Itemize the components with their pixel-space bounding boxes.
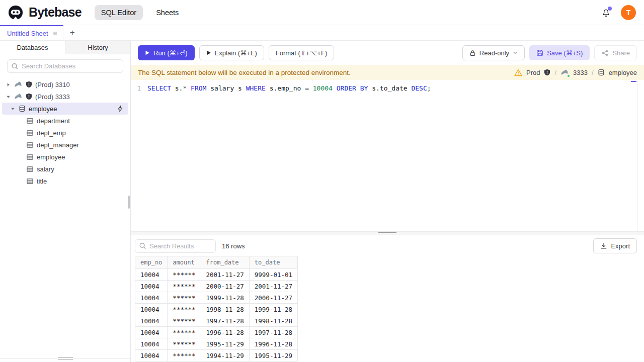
results-grid: emp_no amount from_date to_date 10004***… <box>131 256 644 362</box>
sidebar-table-item[interactable]: salary <box>0 163 130 175</box>
chevron-down-icon <box>10 107 16 111</box>
sidebar-table-item[interactable]: dept_manager <box>0 139 130 151</box>
sidebar-table-item[interactable]: dept_emp <box>0 127 130 139</box>
splitter-grip[interactable] <box>58 357 73 360</box>
instance-item[interactable]: (Prod) 3333 <box>0 90 130 103</box>
sidebar-bottom-splitter[interactable] <box>0 358 130 359</box>
save-button[interactable]: Save (⌘+S) <box>529 45 590 60</box>
splitter-grip[interactable] <box>378 232 396 234</box>
sidebar-table-item[interactable]: title <box>0 175 130 187</box>
result-cell: 10004 <box>135 281 168 292</box>
column-header: from_date <box>201 256 249 269</box>
brand-name: Bytebase <box>29 5 82 20</box>
result-row[interactable]: 10004******2001-11-279999-01-01 <box>135 269 298 281</box>
sql-token: salary s <box>206 84 246 92</box>
sidebar-table-item[interactable]: department <box>0 115 130 127</box>
readonly-mode-button[interactable]: Read-only <box>462 45 525 60</box>
mysql-icon <box>14 93 23 101</box>
tab-untitled-sheet[interactable]: Untitled Sheet <box>0 25 63 40</box>
sidebar-table-label: employee <box>37 153 65 161</box>
explain-button[interactable]: Explain (⌘+E) <box>199 45 264 60</box>
connection-status-dot <box>567 74 570 77</box>
bytebase-logo-icon <box>7 4 24 21</box>
result-cell: 2000-11-27 <box>201 281 249 292</box>
sql-token: 10004 <box>313 84 333 92</box>
result-cell: 10004 <box>135 304 168 315</box>
breadcrumb-separator: / <box>592 69 594 76</box>
sidebar-scrollbar-thumb[interactable] <box>128 196 130 209</box>
result-row[interactable]: 10004******2000-11-272001-11-27 <box>135 281 298 292</box>
shield-icon <box>26 81 32 88</box>
result-cell: 1996-11-28 <box>201 327 249 338</box>
warning-icon <box>514 69 522 76</box>
result-cell: ****** <box>168 281 201 292</box>
result-row[interactable]: 10004******1997-11-281998-11-28 <box>135 315 298 327</box>
banner-message: The SQL statement below will be executed… <box>138 69 351 76</box>
tab-databases[interactable]: Databases <box>0 41 65 54</box>
mysql-icon <box>560 68 569 77</box>
result-cell: 1997-11-28 <box>249 327 297 338</box>
share-button[interactable]: Share <box>594 45 637 60</box>
result-cell: 9999-01-01 <box>249 269 297 281</box>
export-button[interactable]: Export <box>593 238 637 253</box>
database-icon <box>19 105 26 112</box>
main-nav: SQL Editor Sheets <box>95 5 179 20</box>
breadcrumb-separator: / <box>554 69 556 76</box>
result-row[interactable]: 10004******1994-11-291995-11-29 <box>135 350 298 361</box>
search-databases-input[interactable] <box>7 59 123 73</box>
connect-flash-icon[interactable] <box>117 105 124 112</box>
results-header-row: emp_no amount from_date to_date <box>135 256 298 269</box>
search-results-input[interactable] <box>135 239 216 253</box>
run-button[interactable]: Run (⌘+⏎) <box>138 45 195 60</box>
result-cell: 10004 <box>135 315 168 327</box>
avatar[interactable]: T <box>621 5 636 20</box>
search-icon <box>11 62 19 70</box>
result-cell: ****** <box>168 327 201 338</box>
result-cell: 2001-11-27 <box>249 281 297 292</box>
search-icon <box>139 242 146 250</box>
mysql-icon <box>14 80 23 89</box>
result-cell: 10004 <box>135 269 168 281</box>
instance-item[interactable]: (Prod) 3310 <box>0 78 130 90</box>
sql-token: SELECT <box>147 84 171 92</box>
result-cell: ****** <box>168 338 201 350</box>
sidebar-table-item[interactable]: employee <box>0 151 130 163</box>
add-sheet-button[interactable]: + <box>63 25 82 40</box>
sql-editor[interactable]: 1 SELECT s.* FROM salary s WHERE s.emp_n… <box>131 80 644 231</box>
readonly-label: Read-only <box>479 49 509 57</box>
result-row[interactable]: 10004******1999-11-282000-11-27 <box>135 292 298 304</box>
results-splitter[interactable] <box>131 231 644 235</box>
result-cell: 1994-11-29 <box>201 350 249 361</box>
play-icon <box>206 50 211 55</box>
chevron-down-icon <box>6 95 11 99</box>
format-label: Format (⇧+⌥+F) <box>276 49 327 57</box>
result-cell: ****** <box>168 269 201 281</box>
sql-statement: SELECT s.* FROM salary s WHERE s.emp_no … <box>147 83 431 94</box>
nav-sheets[interactable]: Sheets <box>156 9 179 17</box>
result-cell: ****** <box>168 304 201 315</box>
result-cell: 10004 <box>135 327 168 338</box>
tab-history[interactable]: History <box>65 41 130 54</box>
download-icon <box>600 242 607 249</box>
database-item-selected[interactable]: employee <box>2 103 128 115</box>
result-row[interactable]: 10004******1996-11-281997-11-28 <box>135 327 298 338</box>
result-cell: 1996-11-28 <box>249 338 297 350</box>
sql-token: DESC <box>411 84 427 92</box>
instance-label: (Prod) 3310 <box>35 81 70 88</box>
sheet-tabstrip: Untitled Sheet + <box>0 25 644 41</box>
notifications-button[interactable] <box>601 8 611 17</box>
lock-icon <box>469 50 476 56</box>
format-button[interactable]: Format (⇧+⌥+F) <box>269 45 334 60</box>
sidebar-table-label: title <box>37 177 47 185</box>
bytebase-logo[interactable]: Bytebase <box>7 4 82 21</box>
sql-token: = <box>305 84 309 92</box>
results-search <box>135 239 216 253</box>
result-row[interactable]: 10004******1998-11-281999-11-28 <box>135 304 298 315</box>
save-floppy-icon <box>536 49 543 56</box>
instance-label: (Prod) 3333 <box>35 93 70 101</box>
result-row[interactable]: 10004******1995-11-291996-11-28 <box>135 338 298 350</box>
table-icon <box>27 130 33 136</box>
nav-sql-editor[interactable]: SQL Editor <box>95 5 143 20</box>
result-cell: 2001-11-27 <box>201 269 249 281</box>
table-icon <box>27 154 33 160</box>
